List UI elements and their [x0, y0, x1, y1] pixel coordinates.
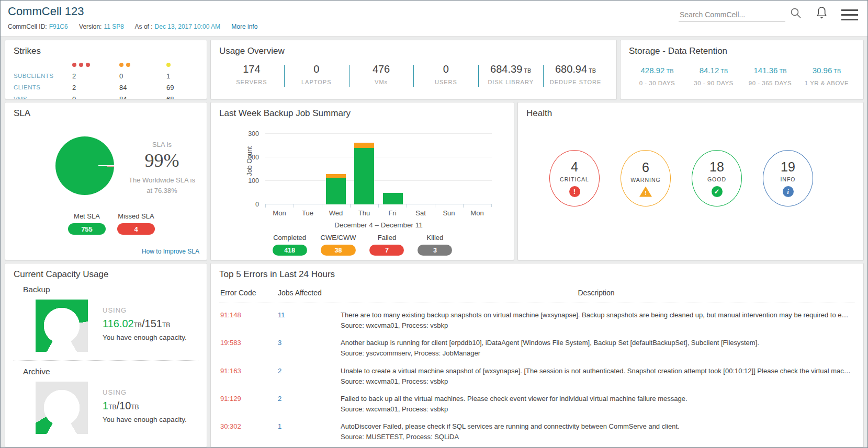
error-row: 91:14811There are too many existing back… [219, 310, 855, 331]
error-code[interactable]: 19:583 [219, 338, 278, 359]
stat-label: DEDUPE STORE [543, 79, 608, 85]
search-box[interactable] [679, 7, 802, 21]
bar-column-wed-2[interactable] [322, 174, 350, 204]
legend-item-failed: Failed7 [369, 234, 404, 256]
bell-icon[interactable] [816, 6, 828, 22]
legend-label: Failed [369, 234, 404, 242]
stat-unit: TB [589, 67, 596, 74]
x-axis-label: Fri [378, 204, 407, 217]
bar-segment-completed[interactable] [326, 178, 346, 204]
x-axis-label: Sat [407, 204, 435, 217]
stat-servers: 174SERVERS [219, 63, 284, 85]
jobs-affected[interactable]: 2 [278, 366, 341, 387]
strikes-value[interactable]: 68 [166, 95, 207, 99]
as-of-label: As of : [135, 23, 153, 30]
capacity-sections: BackupUSING116.02TB/151TBYou have enough… [14, 284, 198, 442]
error-code[interactable]: 30:302 [219, 421, 278, 442]
severity-dot-red [72, 63, 76, 67]
bar-segment-completed[interactable] [383, 193, 403, 204]
bar-segment-completed[interactable] [354, 148, 374, 204]
health-count: 18 [709, 159, 724, 175]
stat-value: 30.96TB [798, 66, 855, 75]
stat-unit: TB [779, 68, 786, 74]
strikes-value[interactable]: 1 [166, 72, 207, 80]
error-row: 91:1632Unable to create a virtual machin… [219, 366, 855, 387]
health-count: 19 [781, 159, 795, 175]
sla-worldwide-text: The Worldwide SLA is at 76.38% [126, 175, 198, 196]
bar-column-thu-3[interactable] [350, 143, 378, 204]
error-source: Source: wxcvma01, Process: vsbkp [341, 320, 852, 331]
jobs-affected[interactable]: 2 [278, 394, 341, 415]
error-description: Failed to back up all the virtual machin… [341, 394, 852, 404]
more-info-link[interactable]: More info [231, 23, 257, 30]
error-code[interactable]: 91:148 [219, 310, 278, 331]
error-code[interactable]: 91:129 [219, 394, 278, 415]
bar-column-fri-4[interactable] [379, 193, 407, 204]
hamburger-menu-icon[interactable] [841, 8, 858, 20]
strikes-value[interactable]: 0 [72, 95, 119, 99]
jobs-affected[interactable]: 11 [278, 310, 341, 331]
strikes-value[interactable]: 2 [72, 84, 119, 91]
strikes-row-label[interactable]: CLIENTS [14, 84, 72, 91]
error-row: 30:3021AutoDiscover Failed, please check… [219, 421, 855, 442]
usage-overview-title: Usage Overview [219, 46, 608, 56]
health-circle-info[interactable]: 19INFOi [763, 150, 813, 206]
capacity-message: You have enough capacity. [103, 416, 187, 423]
severity-dot-red [86, 63, 90, 67]
stat-vms: 476VMs [349, 63, 414, 85]
how-to-improve-sla-link[interactable]: How to Improve SLA [142, 248, 199, 255]
stat-label: SERVERS [219, 79, 284, 85]
jobs-affected[interactable]: 3 [278, 338, 341, 359]
stat-unit: TB [524, 67, 531, 74]
error-source: Source: wxcvma01, Process: vsbkp [341, 376, 852, 387]
storage-retention-panel: Storage - Data Retention 428.92TB0 - 30 … [620, 40, 864, 99]
y-tick-label: 100 [248, 177, 259, 185]
top-errors-panel: Top 5 Errors in Last 24 Hours Error Code… [210, 263, 864, 447]
missed-sla-item: Missed SLA 4 [117, 212, 155, 235]
strikes-row-label[interactable]: VMS [14, 95, 72, 99]
stat-value: 174 [219, 63, 284, 75]
error-source: Source: yscvcommserv, Process: JobManage… [341, 348, 852, 359]
dashboard-body: Strikes SUBCLIENTS201CLIENTS28469VMS0846… [1, 37, 867, 447]
legend-count-badge[interactable]: 418 [273, 245, 307, 256]
health-indicators: 4CRITICAL!6WARNING!18GOOD✓19INFOi [526, 150, 855, 206]
strikes-value[interactable]: 2 [72, 72, 119, 80]
health-circle-warning[interactable]: 6WARNING! [621, 150, 671, 206]
x-axis-title: December 4 – December 11 [265, 221, 492, 229]
stat-1-yr-above: 30.96TB1 YR & ABOVE [798, 66, 855, 86]
stat-value: 476 [349, 63, 414, 75]
strikes-value[interactable]: 69 [166, 84, 207, 91]
search-icon[interactable] [790, 7, 802, 21]
met-sla-badge[interactable]: 755 [68, 223, 106, 235]
error-description-cell: AutoDiscover Failed, please check if SQL… [341, 421, 855, 442]
stat-value: 0 [413, 63, 478, 75]
strikes-value[interactable]: 84 [119, 84, 166, 91]
legend-count-badge[interactable]: 38 [321, 245, 356, 256]
version-value: 11 SP8 [104, 23, 123, 30]
stat-0-30-days: 428.92TB0 - 30 DAYS [629, 66, 685, 86]
capacity-panel: Current Capacity Usage BackupUSING116.02… [5, 263, 207, 447]
sla-pie-chart[interactable] [55, 136, 114, 195]
search-input[interactable] [679, 8, 785, 21]
error-code[interactable]: 91:163 [219, 366, 278, 387]
stat-label: 90 - 365 DAYS [742, 80, 798, 86]
legend-count-badge[interactable]: 3 [418, 245, 452, 256]
health-circle-good[interactable]: 18GOOD✓ [692, 150, 742, 206]
header: CommCell 123 CommCell ID:F91C6 Version:1… [1, 1, 867, 37]
strikes-value[interactable]: 0 [119, 72, 166, 80]
jobs-affected[interactable]: 1 [278, 421, 341, 442]
strikes-value[interactable]: 84 [119, 95, 166, 99]
stat-label: 30 - 90 DAYS [685, 80, 742, 86]
health-label: CRITICAL [560, 176, 589, 182]
legend-count-badge[interactable]: 7 [369, 245, 404, 256]
bar-segment-cwecww[interactable] [354, 143, 374, 148]
missed-sla-badge[interactable]: 4 [117, 223, 155, 235]
chart-x-labels: MonTueWedThuFriSatSunMon [265, 204, 492, 217]
strikes-row-label[interactable]: SUBCLIENTS [14, 72, 72, 80]
strikes-panel: Strikes SUBCLIENTS201CLIENTS28469VMS0846… [5, 40, 207, 99]
stat-label: 1 YR & ABOVE [798, 80, 855, 86]
x-axis-label: Sun [435, 204, 463, 217]
bar-segment-cwecww[interactable] [326, 174, 346, 178]
health-circle-critical[interactable]: 4CRITICAL! [549, 150, 600, 206]
health-label: GOOD [707, 176, 726, 182]
